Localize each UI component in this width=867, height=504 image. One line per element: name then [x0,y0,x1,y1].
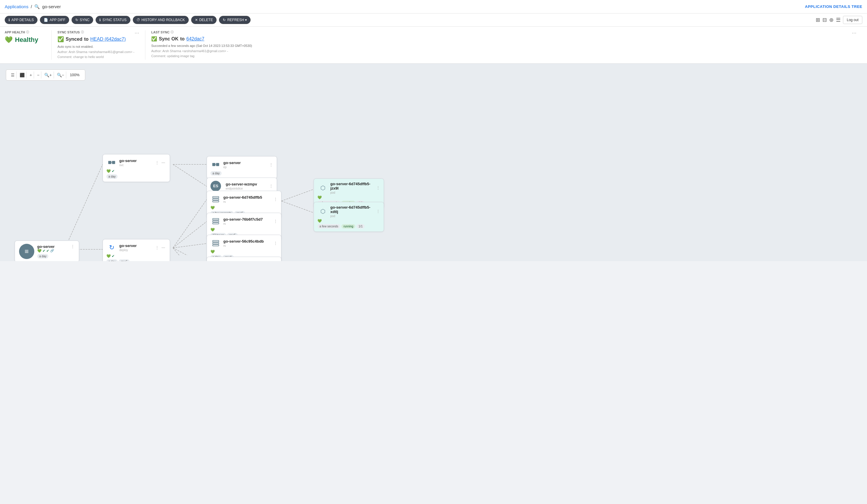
heart-icon: 💚 [5,36,13,44]
rs1-type: rs [223,200,271,203]
sync-status-button[interactable]: ℹ SYNC STATUS [96,16,130,24]
rs1-icon [211,194,221,205]
svg-rect-12 [108,161,111,164]
pod2-time-badge: a few seconds [318,224,340,228]
pod2-menu[interactable]: ⋮ [376,209,380,214]
deploy-heart-icon: 💚 [106,254,111,258]
applications-link[interactable]: Applications [5,4,29,9]
svc-heart-icon: 💚 [106,169,111,173]
svg-line-4 [173,164,207,186]
last-sync-menu[interactable]: ⋯ [852,30,856,36]
endpointslice-menu[interactable]: ⋮ [269,184,273,189]
sync-status-icon: ℹ [99,18,101,22]
app-details-button[interactable]: ℹ APP DETAILS [5,16,38,24]
sync-ok-badge: ✅ Sync OK to 642dac7 [151,36,856,42]
ep-node: go-server ep ⋮ a day [207,156,277,179]
rs2-type: rs [223,222,271,225]
rs3-menu[interactable]: ⋮ [274,241,278,246]
pod2-node: ⬡ go-server-6d745dffb5-xdtlj pod ⋮ 💚 a f… [314,202,384,232]
svg-line-7 [173,244,207,248]
ep-node-menu[interactable]: ⋮ [269,162,273,167]
svg-rect-25 [213,221,219,222]
svg-rect-26 [213,222,219,224]
zoom-in-icon-button[interactable]: 🔍+ [43,72,54,78]
ep-node-badges: a day [211,171,273,175]
delete-button[interactable]: ✕ DELETE [191,16,217,24]
refresh-button[interactable]: ↻ REFRESH ▾ [219,16,250,24]
top-bar: Applications / 🔍 go-server APPLICATION D… [0,0,867,13]
pod1-menu[interactable]: ⋮ [376,185,380,190]
last-sync-commit-link[interactable]: 642dac7 [186,36,204,42]
zoom-in-button[interactable]: + [28,72,34,78]
svg-rect-18 [212,163,215,166]
history-rollback-button[interactable]: ⏱ HISTORY AND ROLLBACK [133,16,189,24]
app-details-icon: ℹ [9,18,10,22]
svg-line-9 [173,248,207,255]
head-commit-link[interactable]: HEAD (642dac7) [90,36,126,42]
rs2-menu[interactable]: ⋮ [274,219,278,224]
svc-node-menu[interactable]: ⋮ [155,160,159,165]
heart-status-icon: 💚 [37,249,42,253]
pod2-badges: a few seconds running 1/1 [318,224,380,228]
svg-line-8 [173,248,207,255]
pod2-heart-icon: 💚 [318,219,322,223]
list-view-icon[interactable]: ☰ [836,17,841,23]
deploy-node: ↻ go-server deploy ⋮ — 💚 ✔ a day rev:6 [103,239,170,261]
svc-check-icon: ✔ [112,169,115,173]
pod1-title: go-server-6d745dffb5-jzx9l [330,182,374,191]
list-toggle-button[interactable]: ☰ [9,72,17,78]
root-node-menu[interactable]: ⋮ [71,244,75,249]
toolbar-right: ⊞ ⊟ ⊛ ☰ Log out [816,16,862,24]
svc-node-title: go-server [119,159,153,163]
toolbar: ℹ APP DETAILS 📄 APP DIFF ↻ SYNC ℹ SYNC S… [0,13,867,27]
deploy-node-menu[interactable]: ⋮ [155,245,159,250]
canvas-area: ☰ ⬛ + − 🔍+ 🔍− 100% [0,64,867,261]
logout-button[interactable]: Log out [843,16,862,24]
rs2-status: 💚 [211,228,278,232]
last-sync-details: Succeeded a few seconds ago (Sat Oct 14 … [151,43,856,59]
endpointslice-type: endpointslice [226,187,267,190]
network-view-icon[interactable]: ⊛ [829,17,834,23]
svc-dash: — [161,161,165,165]
rs1-heart-icon: 💚 [211,206,215,210]
deploy-rev-badge: rev:6 [119,259,129,261]
sync-status-menu[interactable]: ⋯ [135,30,139,36]
root-node-badges: a day [37,254,75,258]
svg-line-11 [281,201,314,213]
app-diff-button[interactable]: 📄 APP DIFF [40,16,69,24]
rs3-heart-icon: 💚 [211,250,215,254]
app-health-info-icon: ⓘ [26,30,29,34]
refresh-icon: ↻ [223,18,226,22]
link-status-icon: 🔗 [50,249,54,253]
app-health-value: 💚 Healthy [5,36,45,44]
tree-view-icon[interactable]: ⊞ [816,17,820,23]
zoom-out-icon-button[interactable]: 🔍− [55,72,66,78]
zoom-out-button[interactable]: − [35,72,41,78]
check-status-icon: ✔ [43,249,45,253]
pod1-status: 💚 [318,195,380,200]
status-panel: APP HEALTH ⓘ 💚 Healthy SYNC STATUS ⓘ ⋯ ✅… [0,27,867,64]
svg-rect-24 [213,218,219,220]
rs1-status: 💚 [211,206,278,210]
grid-view-icon[interactable]: ⊟ [823,17,827,23]
rs4-node: go-server-78dc484bc7 rs ⋮ 💚 a day rev:3 [207,257,281,261]
deploy-node-badges: a day rev:6 [106,259,166,261]
svc-node-status: 💚 ✔ [106,169,166,173]
pod1-type: pod [330,191,374,194]
zoom-input[interactable]: 100% [67,73,82,77]
svg-line-10 [281,189,314,201]
pod2-running-badge: running [341,224,355,228]
rs3-type: rs [223,244,271,247]
sync-button[interactable]: ↻ SYNC [72,16,93,24]
rs1-menu[interactable]: ⋮ [274,197,278,202]
delete-icon: ✕ [195,18,198,22]
ep-node-type: ep [223,165,267,169]
fit-button[interactable]: ⬛ [18,72,27,78]
root-node-title: go-server [37,244,71,249]
app-details-tree-label: APPLICATION DETAILS TREE [805,4,862,9]
pod2-status: 💚 [318,219,380,223]
svg-rect-29 [213,244,219,246]
rs4-icon [211,260,221,261]
svg-line-5 [173,200,207,248]
pod1-icon: ⬡ [318,183,328,193]
